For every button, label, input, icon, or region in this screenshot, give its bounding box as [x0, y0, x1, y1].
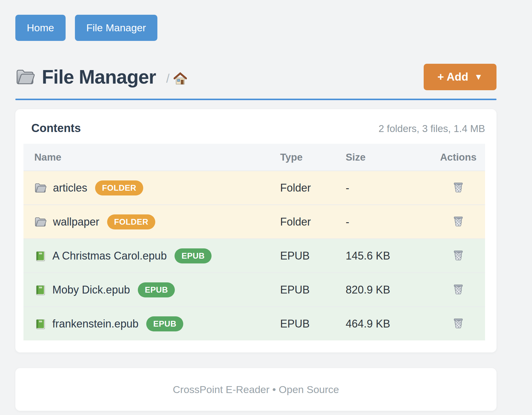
footer: CrossPoint E-Reader • Open Source [15, 368, 496, 411]
type-badge: EPUB [146, 316, 183, 331]
delete-button[interactable] [451, 316, 465, 330]
contents-card-header: Contents 2 folders, 3 files, 1.4 MB [23, 122, 485, 144]
name-cell: A Christmas Carol.epub EPUB [23, 248, 280, 263]
row-name[interactable]: A Christmas Carol.epub [52, 250, 167, 262]
cell-size: 820.9 KB [346, 273, 431, 307]
cell-type: Folder [280, 171, 346, 205]
add-button[interactable]: + Add ▼ [424, 64, 496, 90]
contents-card: Contents 2 folders, 3 files, 1.4 MB Name… [15, 109, 496, 352]
nav-file-manager-button[interactable]: File Manager [75, 15, 157, 41]
file-manager-page: Home File Manager File Manager / + Add ▼… [0, 0, 532, 411]
trash-icon [453, 181, 464, 193]
caret-down-icon: ▼ [474, 72, 483, 82]
type-badge: FOLDER [107, 214, 155, 229]
cell-size: 464.9 KB [346, 307, 431, 340]
name-cell: articles FOLDER [23, 180, 280, 195]
row-name[interactable]: wallpaper [53, 216, 99, 228]
folder-icon [15, 67, 35, 87]
row-name[interactable]: articles [53, 182, 87, 194]
book-icon [34, 250, 46, 262]
file-table-header: Name Type Size Actions [23, 144, 485, 171]
column-header-actions: Actions [431, 144, 485, 171]
delete-button[interactable] [451, 248, 465, 262]
table-row[interactable]: A Christmas Carol.epub EPUB EPUB 145.6 K… [23, 239, 485, 273]
breadcrumb-separator: / [166, 72, 169, 85]
delete-button[interactable] [451, 214, 465, 228]
file-table: Name Type Size Actions articles FOLDER F… [23, 144, 485, 340]
nav-home-button[interactable]: Home [15, 15, 66, 41]
delete-button[interactable] [451, 282, 465, 296]
table-row[interactable]: articles FOLDER Folder - [23, 171, 485, 205]
column-header-name: Name [23, 144, 280, 171]
cell-type: EPUB [280, 239, 346, 273]
top-nav: Home File Manager [15, 15, 496, 41]
table-body: articles FOLDER Folder - wallpaper [23, 171, 485, 340]
book-icon [34, 318, 46, 330]
row-name[interactable]: frankenstein.epub [52, 318, 138, 330]
cell-type: Folder [280, 205, 346, 239]
cell-type: EPUB [280, 273, 346, 307]
contents-heading: Contents [31, 122, 81, 135]
cell-size: - [346, 205, 431, 239]
name-cell: frankenstein.epub EPUB [23, 316, 280, 331]
home-icon[interactable] [174, 72, 187, 85]
folder-icon [34, 182, 46, 194]
trash-icon [453, 317, 464, 329]
page-title: File Manager [42, 66, 156, 88]
trash-icon [453, 215, 464, 227]
trash-icon [453, 249, 464, 261]
column-header-type: Type [280, 144, 346, 171]
folder-icon [34, 216, 46, 228]
type-badge: FOLDER [95, 180, 143, 195]
column-header-size: Size [346, 144, 431, 171]
type-badge: EPUB [138, 282, 175, 297]
contents-summary: 2 folders, 3 files, 1.4 MB [379, 123, 485, 134]
cell-size: - [346, 171, 431, 205]
book-icon [34, 284, 46, 296]
cell-type: EPUB [280, 307, 346, 340]
type-badge: EPUB [175, 248, 212, 263]
table-row[interactable]: frankenstein.epub EPUB EPUB 464.9 KB [23, 307, 485, 340]
row-name[interactable]: Moby Dick.epub [52, 284, 130, 296]
name-cell: wallpaper FOLDER [23, 214, 280, 229]
name-cell: Moby Dick.epub EPUB [23, 282, 280, 297]
cell-size: 145.6 KB [346, 239, 431, 273]
page-header: File Manager / + Add ▼ [15, 64, 496, 90]
table-row[interactable]: wallpaper FOLDER Folder - [23, 205, 485, 239]
trash-icon [453, 283, 464, 295]
footer-text: CrossPoint E-Reader • Open Source [173, 384, 339, 395]
title-underline [15, 99, 496, 100]
table-row[interactable]: Moby Dick.epub EPUB EPUB 820.9 KB [23, 273, 485, 307]
add-button-label: + Add [438, 71, 468, 83]
title-wrap: File Manager / [15, 66, 187, 88]
delete-button[interactable] [451, 180, 465, 194]
